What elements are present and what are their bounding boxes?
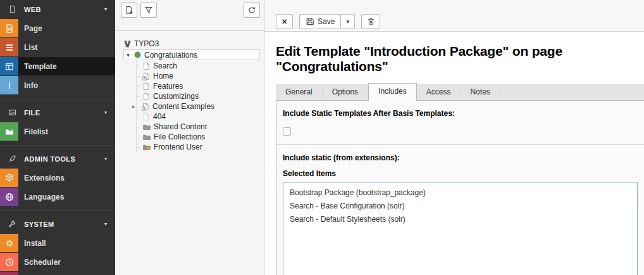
sidebar-item-extensions[interactable]: Extensions (0, 169, 115, 187)
tree-node-content-examples[interactable]: ▸ Content Examples (137, 101, 261, 112)
selected-items-listbox[interactable]: Bootstrap Package (bootstrap_package) Se… (283, 182, 638, 275)
sidebar-item-label: List (24, 43, 37, 52)
tree-node-label: File Collections (154, 132, 205, 141)
sidebar-item-label: Install (24, 239, 46, 248)
web-document-icon (0, 5, 24, 13)
tree-node-customizings[interactable]: Customizings (137, 91, 261, 101)
wrench-icon (0, 220, 24, 228)
close-button[interactable]: × (276, 14, 293, 29)
sidebar-item-label: Scheduler (24, 258, 61, 267)
sidebar-section-label: SYSTEM (24, 221, 54, 228)
sidebar-header-admin-tools[interactable]: ADMIN TOOLS ▾ (0, 150, 115, 168)
page-hidden-icon (142, 113, 151, 121)
listbox-option[interactable]: Search - Base Configuration (solr) (283, 200, 637, 213)
tree-node-file-collections[interactable]: File Collections (137, 132, 261, 142)
static-after-basis-field: Include Static Templates After Basis Tem… (276, 101, 644, 144)
save-button-label: Save (318, 17, 335, 26)
page-tree-panel: TYPO3 ▾ Congratulations Search (115, 0, 264, 275)
tab-bar: General Options Includes Access Notes (276, 84, 644, 100)
chevron-down-icon: ▾ (104, 6, 107, 12)
chevron-down-icon: ▾ (104, 156, 107, 162)
tab-general[interactable]: General (276, 84, 323, 100)
sidebar-header-system[interactable]: SYSTEM ▾ (0, 215, 115, 233)
sidebar-item-filelist[interactable]: Filelist (0, 122, 115, 141)
sidebar-item-label: Page (24, 24, 42, 33)
refresh-icon[interactable] (244, 3, 260, 18)
folder-icon (142, 133, 151, 141)
tree-root-typo3[interactable]: TYPO3 (123, 39, 261, 49)
new-page-button[interactable] (121, 3, 137, 18)
page-tree: TYPO3 ▾ Congratulations Search (115, 31, 264, 152)
caret-down-icon[interactable]: ▾ (125, 52, 131, 58)
clock-icon (0, 253, 18, 271)
static-after-basis-checkbox[interactable] (283, 127, 291, 136)
delete-button[interactable] (361, 14, 380, 29)
tree-node-label: Shared Content (154, 122, 207, 131)
sidebar-item-list[interactable]: List (0, 38, 115, 56)
save-options-caret-button[interactable]: ▾ (341, 14, 355, 29)
page-icon (142, 62, 151, 70)
tab-includes[interactable]: Includes (368, 83, 417, 101)
sidebar-item-page[interactable]: Page (0, 19, 115, 37)
sidebar-section-admin-tools: ADMIN TOOLS ▾ Extensions Languages (0, 145, 115, 206)
sidebar-item-label: Languages (24, 193, 64, 201)
tree-line (137, 86, 140, 87)
sidebar-section-system: SYSTEM ▾ Install Scheduler Reports (0, 210, 115, 275)
sidebar-item-languages[interactable]: Languages (0, 188, 115, 206)
sidebar-header-web[interactable]: WEB ▾ (0, 0, 115, 18)
listbox-option[interactable]: Search - Default Stylesheets (solr) (283, 213, 637, 226)
sidebar-section-label: WEB (24, 6, 41, 13)
tree-line (137, 66, 140, 67)
sidebar-item-install[interactable]: Install (0, 234, 115, 252)
tree-root-label: TYPO3 (134, 39, 159, 48)
include-static-field: Include static (from extensions): Select… (276, 145, 644, 275)
sidebar-item-label: Extensions (24, 174, 65, 182)
tree-node-frontend-user[interactable]: Frontend User (137, 142, 261, 152)
sidebar-header-file[interactable]: FILE ▾ (0, 103, 115, 122)
tree-node-label: Features (153, 82, 183, 91)
sidebar-item-label: Info (24, 81, 38, 90)
listbox-option[interactable]: Bootstrap Package (bootstrap_package) (283, 186, 637, 200)
info-icon (0, 76, 18, 94)
tree-node-home[interactable]: Home (137, 71, 261, 81)
sidebar-section-label: FILE (24, 109, 40, 117)
tree-line (137, 137, 140, 138)
tab-access[interactable]: Access (417, 84, 461, 100)
save-button[interactable]: Save (299, 14, 341, 29)
trash-icon (367, 17, 375, 26)
gear-icon (0, 234, 18, 252)
sidebar-item-reports[interactable]: Reports (0, 272, 115, 275)
filter-icon[interactable] (140, 3, 157, 18)
tree-node-label: Congratulations (144, 51, 197, 60)
tree-node-label: Search (153, 61, 177, 70)
tree-node-features[interactable]: Features (137, 81, 261, 91)
template-icon (0, 57, 18, 75)
tree-node-404[interactable]: 404 (137, 112, 261, 122)
page-icon (142, 82, 151, 91)
tree-line (137, 117, 140, 117)
tree-line (137, 147, 140, 148)
bar-chart-icon (0, 272, 18, 275)
sidebar-section-label: ADMIN TOOLS (24, 155, 75, 163)
page-tree-toolbar (115, 0, 264, 31)
tree-node-search[interactable]: Search (137, 61, 261, 71)
tab-options[interactable]: Options (323, 84, 368, 100)
sidebar-item-template[interactable]: Template (0, 57, 115, 75)
chevron-down-icon: ▾ (104, 221, 107, 227)
tree-line (137, 127, 140, 127)
tree-node-congratulations[interactable]: ▾ Congratulations (123, 49, 260, 60)
cube-icon (0, 169, 18, 187)
page-title: Edit Template "Introduction Package" on … (276, 44, 633, 74)
content-area: × Save ▾ Edit Template "Introduction Pac… (264, 0, 644, 275)
chevron-down-icon: ▾ (104, 110, 107, 115)
sidebar-item-info[interactable]: Info (0, 76, 115, 94)
sidebar-item-scheduler[interactable]: Scheduler (0, 253, 115, 271)
tree-node-shared-content[interactable]: Shared Content (137, 122, 261, 132)
save-split-button: Save ▾ (299, 14, 355, 29)
caret-right-icon[interactable]: ▸ (132, 103, 139, 110)
sidebar-section-web: WEB ▾ Page List Template Info (0, 0, 115, 94)
folder-icon (142, 123, 151, 131)
tab-notes[interactable]: Notes (461, 84, 500, 100)
sidebar-section-file: FILE ▾ Filelist (0, 99, 115, 141)
page-icon (142, 93, 151, 101)
